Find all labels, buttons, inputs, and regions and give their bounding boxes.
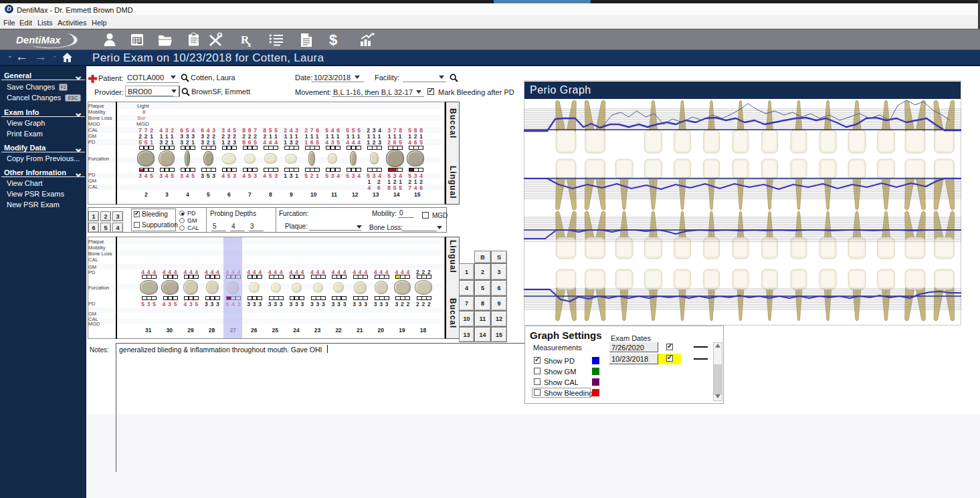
svg-text:x: x [248,40,252,47]
svg-text:DentiMax: DentiMax [16,34,61,45]
svg-text:$: $ [329,32,337,47]
